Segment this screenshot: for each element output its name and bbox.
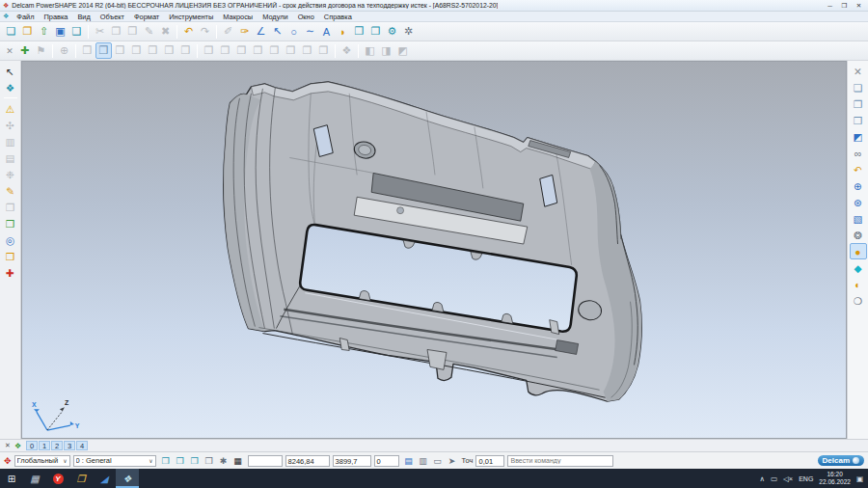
- mirror-icon[interactable]: ▤: [2, 149, 19, 166]
- feature-chamfer-icon[interactable]: ❐: [250, 42, 266, 59]
- flag-icon[interactable]: ⚑: [33, 42, 49, 59]
- wizard-icon[interactable]: ✲: [400, 23, 417, 40]
- level-tab[interactable]: 3: [64, 441, 75, 450]
- save-icon[interactable]: ▣: [52, 23, 68, 40]
- menu-item[interactable]: Вид: [72, 13, 95, 21]
- measure-icon[interactable]: ✣: [2, 117, 19, 133]
- solid-doctor-icon[interactable]: ✚: [16, 42, 33, 59]
- feature-pattern-icon[interactable]: ❐: [315, 42, 332, 59]
- view-orient-icon[interactable]: ◩: [850, 128, 867, 145]
- sketch-icon[interactable]: ✐: [220, 23, 236, 40]
- levels-icon[interactable]: ❖: [14, 442, 21, 450]
- feature-shell-icon[interactable]: ❐: [266, 42, 283, 59]
- taskbar-cad-app[interactable]: ◢: [93, 469, 116, 488]
- select-icon[interactable]: ↖: [2, 63, 19, 79]
- workplane-icon[interactable]: ∠: [253, 23, 269, 40]
- solid-extrude-icon[interactable]: ❒: [112, 42, 128, 59]
- taskbar-powershape[interactable]: ❖: [116, 469, 139, 488]
- command-input[interactable]: [507, 455, 613, 467]
- network-icon[interactable]: ▭: [771, 474, 777, 483]
- tools-icon[interactable]: ✎: [2, 182, 19, 199]
- format-painter-icon[interactable]: ✎: [141, 23, 157, 40]
- new-model-icon[interactable]: ❏: [3, 23, 19, 40]
- levels-close-icon[interactable]: ✕: [3, 442, 13, 449]
- curve-icon[interactable]: ∼: [302, 23, 318, 40]
- workplane-view-4-icon[interactable]: ❒: [203, 454, 216, 468]
- minimize-button[interactable]: ─: [823, 2, 837, 10]
- iso-view-3-icon[interactable]: ❒: [850, 112, 867, 128]
- feature-hole-icon[interactable]: ❐: [299, 42, 315, 59]
- taskbar-app-generic[interactable]: ▦: [23, 469, 46, 488]
- shaded-wire-view-icon[interactable]: ◐: [850, 276, 867, 292]
- assembly-icon[interactable]: ⚙: [384, 23, 400, 40]
- surface-icon[interactable]: ◗: [335, 23, 351, 40]
- solid-core-icon[interactable]: ◨: [378, 42, 394, 59]
- compare-icon[interactable]: ▥: [2, 133, 19, 149]
- iso-view-2-icon[interactable]: ❐: [850, 95, 867, 112]
- dynamic-section-icon[interactable]: ◆: [850, 259, 867, 276]
- level-tab[interactable]: 0: [26, 441, 38, 450]
- level-tab[interactable]: 2: [51, 441, 63, 450]
- menu-item[interactable]: Инструменты: [164, 13, 218, 21]
- model-analysis-icon[interactable]: ❖: [2, 79, 19, 95]
- multi-view-icon[interactable]: ∞: [850, 145, 867, 161]
- model-fix-icon[interactable]: ✚: [2, 264, 19, 281]
- solid-fill-icon[interactable]: ❒: [161, 42, 177, 59]
- find-icon[interactable]: ◎: [2, 231, 19, 248]
- spray-paint-icon[interactable]: ✑: [236, 23, 253, 40]
- menu-item[interactable]: Правка: [39, 13, 72, 21]
- warning-icon[interactable]: ⚠: [2, 100, 19, 117]
- level-tab[interactable]: 1: [39, 441, 50, 450]
- blank-field[interactable]: [248, 455, 283, 467]
- menu-item[interactable]: Формат: [129, 13, 164, 21]
- clock[interactable]: 16:20 22.06.2022: [819, 471, 851, 487]
- calculator-icon[interactable]: ▥: [417, 454, 430, 468]
- zoom-full-icon[interactable]: ⊛: [850, 194, 867, 210]
- open-model-icon[interactable]: ❐: [19, 23, 36, 40]
- shaded-view-icon[interactable]: ●: [850, 243, 867, 259]
- solid-icon[interactable]: ❒: [351, 23, 367, 40]
- volume-muted-icon[interactable]: ◁×: [783, 474, 793, 483]
- redo-icon[interactable]: ↷: [197, 23, 213, 40]
- coord-z-field[interactable]: 0: [374, 455, 399, 467]
- wireframe-view-icon[interactable]: ❂: [850, 227, 867, 243]
- offset-icon[interactable]: ❉: [2, 166, 19, 182]
- feature-boss-icon[interactable]: ❐: [217, 42, 233, 59]
- menu-item[interactable]: Справка: [319, 13, 357, 21]
- tray-chevron-icon[interactable]: ∧: [759, 474, 765, 483]
- grid-icon[interactable]: ▦: [231, 454, 245, 468]
- copy-icon[interactable]: ❐: [108, 23, 124, 40]
- solid-revolve-icon[interactable]: ❒: [128, 42, 145, 59]
- arc-icon[interactable]: ○: [285, 23, 302, 40]
- line-icon[interactable]: ↖: [269, 23, 285, 40]
- level-select[interactable]: 0 : General ∨: [73, 455, 156, 467]
- tolerance-field[interactable]: 0,01: [475, 455, 504, 467]
- delete-icon[interactable]: ✖: [157, 23, 174, 40]
- workplane-view-1-icon[interactable]: ❒: [159, 454, 173, 468]
- view-undo-icon[interactable]: ↶: [850, 161, 867, 177]
- snap-icon[interactable]: ✱: [217, 454, 231, 468]
- iso-view-1-icon[interactable]: ❏: [850, 79, 867, 95]
- feature-draft-icon[interactable]: ❐: [283, 42, 299, 59]
- solid-cavity-icon[interactable]: ◩: [394, 42, 411, 59]
- menu-item[interactable]: Объект: [95, 13, 129, 21]
- notification-icon[interactable]: ▣: [856, 474, 863, 483]
- toolbar-close-icon[interactable]: ✕: [3, 44, 16, 58]
- feature-round-icon[interactable]: ❐: [233, 42, 250, 59]
- boolean-union-icon[interactable]: ❖: [339, 42, 355, 59]
- zoom-in-icon[interactable]: ⊕: [850, 177, 867, 194]
- workplane-indicator-icon[interactable]: ✥: [4, 456, 12, 466]
- viewport-canvas[interactable]: X Z Y: [22, 62, 846, 438]
- start-button[interactable]: ⊞: [0, 469, 23, 488]
- cut-icon[interactable]: ✂: [92, 23, 108, 40]
- menu-item[interactable]: Окно: [293, 13, 319, 21]
- close-button[interactable]: ✕: [852, 2, 866, 10]
- restore-button[interactable]: ❐: [837, 2, 852, 10]
- menu-item[interactable]: Модули: [258, 13, 292, 21]
- bulb-icon[interactable]: ❍: [850, 292, 867, 309]
- viewbar-close-icon[interactable]: ✕: [850, 63, 867, 79]
- taskbar-yandex-browser[interactable]: Y: [46, 469, 69, 488]
- model-3d[interactable]: [224, 82, 641, 401]
- zoom-box-icon[interactable]: ▧: [850, 210, 867, 227]
- solid-selected-icon[interactable]: ❒: [95, 42, 112, 59]
